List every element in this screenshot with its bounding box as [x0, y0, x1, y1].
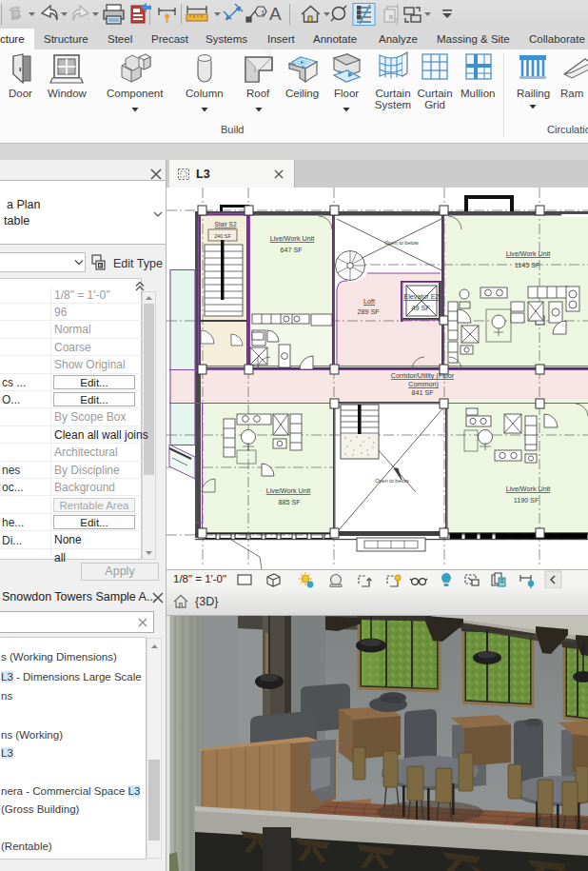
svg-text:Stair S2: Stair S2 — [214, 221, 237, 228]
svg-text:289 SF: 289 SF — [357, 307, 380, 316]
svg-text:1: 1 — [261, 9, 265, 17]
svg-text:A: A — [269, 4, 282, 24]
svg-text:1145 SF: 1145 SF — [515, 261, 540, 269]
svg-text:Live/Work Unit: Live/Work Unit — [270, 234, 315, 243]
svg-text:Corridor/Utility (Floor: Corridor/Utility (Floor — [391, 371, 455, 380]
svg-text:Common): Common) — [408, 380, 439, 388]
svg-text:49 SF: 49 SF — [411, 304, 430, 312]
svg-text:240 SF: 240 SF — [214, 233, 231, 239]
svg-text:1190 SF: 1190 SF — [514, 496, 539, 505]
svg-text:885 SF: 885 SF — [278, 498, 301, 506]
svg-text:Open to below: Open to below — [375, 478, 408, 484]
svg-text:Elevator E2: Elevator E2 — [403, 292, 439, 301]
svg-text:Live/Work Unit: Live/Work Unit — [266, 486, 311, 495]
svg-text:Open to below: Open to below — [384, 240, 418, 246]
svg-text:Live/Work Unit: Live/Work Unit — [506, 485, 551, 493]
svg-text:Live/Work Unit: Live/Work Unit — [506, 249, 551, 258]
svg-text:Loft: Loft — [363, 297, 375, 306]
svg-text:841 SF: 841 SF — [411, 388, 434, 397]
svg-text:647 SF: 647 SF — [280, 246, 303, 254]
